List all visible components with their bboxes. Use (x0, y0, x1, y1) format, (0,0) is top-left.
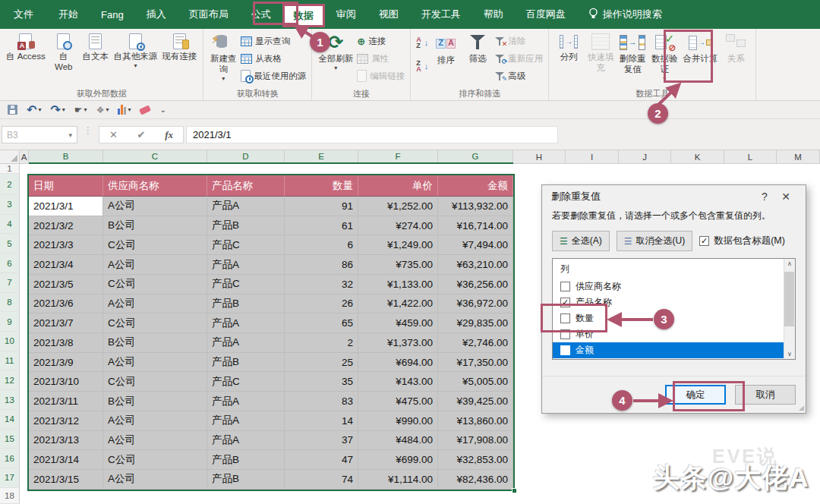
name-box[interactable]: B3 ▾ (2, 126, 77, 143)
cell[interactable]: 产品A (207, 431, 285, 451)
checkbox-icon[interactable]: ✓ (560, 298, 570, 307)
cell[interactable]: C公司 (103, 450, 207, 470)
touch-mode-button[interactable]: ☛▾ (74, 105, 87, 115)
cell[interactable]: 91 (285, 197, 358, 216)
from-other-sources-button[interactable]: 自其他来源 ▾ (112, 32, 160, 71)
cell[interactable]: A公司 (103, 353, 207, 373)
resize-grip[interactable]: ◢ (799, 404, 804, 411)
cell[interactable]: ¥484.00 (358, 431, 438, 451)
dialog-help-button[interactable]: ? (754, 191, 775, 203)
save-button[interactable] (8, 105, 17, 115)
tab-文件[interactable]: 文件 (0, 0, 47, 29)
fill-handle[interactable] (512, 488, 517, 493)
row-header-15[interactable]: 15 (0, 430, 20, 449)
chart-button[interactable]: ▾ (118, 105, 131, 115)
new-query-button[interactable]: ⚡ 新建查询 ▾ (207, 32, 239, 83)
cell[interactable]: 14 (285, 411, 358, 431)
cell[interactable]: ¥475.00 (358, 392, 438, 411)
cell[interactable]: A公司 (103, 295, 207, 314)
cancel-entry-button[interactable]: ✕ (109, 129, 118, 140)
cell[interactable]: 产品A (207, 392, 285, 411)
column-option-产品名称[interactable]: ✓产品名称 (560, 295, 795, 310)
header-cell[interactable]: 单价 (358, 175, 438, 197)
cell[interactable]: A公司 (103, 255, 207, 275)
cell[interactable]: 2021/3/13 (29, 431, 103, 451)
cell[interactable]: ¥113,932.00 (438, 197, 513, 216)
cell[interactable]: C公司 (103, 275, 207, 295)
cell[interactable]: 6 (285, 235, 358, 255)
cell[interactable]: 产品C (207, 275, 285, 295)
from-text-button[interactable]: 自文本 (80, 32, 112, 64)
cell[interactable]: 74 (285, 470, 358, 490)
column-header-J[interactable]: J (619, 150, 671, 164)
cell[interactable]: 产品B (207, 450, 285, 470)
cell[interactable]: ¥32,853.00 (438, 450, 513, 470)
undo-button[interactable]: ↶▾ (27, 105, 41, 115)
text-to-columns-button[interactable]: → 分列 (553, 32, 585, 65)
cell[interactable]: 产品A (207, 255, 285, 275)
column-header-I[interactable]: I (566, 150, 619, 164)
row-header-17[interactable]: 17 (0, 468, 20, 488)
cell[interactable]: ¥694.00 (358, 353, 438, 373)
cell[interactable]: 产品A (207, 411, 285, 431)
column-header-M[interactable]: M (777, 150, 820, 164)
column-option-单价[interactable]: 单价 (560, 326, 795, 342)
row-header-11[interactable]: 11 (0, 351, 20, 371)
tab-开始[interactable]: 开始 (47, 0, 90, 29)
cell[interactable]: 26 (285, 295, 358, 314)
checkbox-icon[interactable] (560, 282, 570, 291)
column-header-A[interactable]: A (20, 150, 29, 164)
remove-duplicates-button[interactable]: → 删除重复值 (617, 32, 648, 77)
tab-操作说明搜索[interactable]: 操作说明搜索 (577, 0, 673, 29)
cell[interactable]: ¥735.00 (358, 255, 438, 275)
data-has-headers-checkbox[interactable]: ✓ 数据包含标题(M) (699, 235, 785, 247)
tab-数据[interactable]: 数据 (282, 4, 325, 27)
row-header-14[interactable]: 14 (0, 410, 20, 430)
cell[interactable]: A公司 (103, 197, 207, 216)
column-header-L[interactable]: L (724, 150, 777, 164)
unselect-all-button[interactable]: ☰ 取消全选(U) (617, 231, 692, 251)
cell[interactable]: 产品A (207, 333, 285, 353)
column-option-供应商名称[interactable]: 供应商名称 (560, 279, 795, 295)
row-header-5[interactable]: 5 (0, 234, 20, 254)
eraser-button[interactable] (140, 107, 150, 113)
header-cell[interactable]: 数量 (285, 175, 358, 197)
show-queries-button[interactable]: 显示查询 (239, 33, 308, 49)
cell[interactable]: 2021/3/10 (29, 372, 103, 392)
cell[interactable]: ¥5,005.00 (438, 372, 513, 392)
row-header-3[interactable]: 3 (0, 195, 20, 215)
cell[interactable]: 产品B (207, 353, 285, 373)
from-table-button[interactable]: 从表格 (239, 51, 308, 66)
cell[interactable]: ¥63,210.00 (438, 255, 513, 275)
cell[interactable]: B公司 (103, 216, 207, 236)
cell[interactable]: 61 (285, 216, 358, 236)
cell[interactable]: 产品C (207, 235, 285, 255)
cell[interactable]: 83 (285, 392, 358, 411)
cell[interactable]: C公司 (103, 372, 207, 392)
cell[interactable]: ¥36,256.00 (438, 275, 513, 295)
cell[interactable]: ¥699.00 (358, 450, 438, 470)
cell[interactable]: 产品B (207, 295, 285, 314)
row-header-7[interactable]: 7 (0, 273, 20, 293)
data-validation-button[interactable]: ✓⊘ 数据验证 ▾ (648, 32, 680, 83)
tab-百度网盘[interactable]: 百度网盘 (515, 0, 577, 29)
cell[interactable]: ¥29,835.00 (438, 313, 513, 333)
cell[interactable]: 86 (285, 255, 358, 275)
column-option-数量[interactable]: 数量 (560, 310, 795, 326)
cell[interactable]: ¥1,422.00 (358, 295, 438, 314)
cell[interactable]: 2021/3/2 (29, 216, 103, 236)
columns-listbox[interactable]: 列供应商名称✓产品名称数量单价金额 ∧ ∨ (552, 258, 796, 360)
row-header-12[interactable]: 12 (0, 370, 20, 390)
row-header-9[interactable]: 9 (0, 312, 20, 332)
tab-Fang[interactable]: Fang (90, 0, 135, 29)
cell[interactable]: 37 (285, 431, 358, 451)
cell[interactable]: 2021/3/12 (29, 411, 103, 431)
tab-公式[interactable]: 公式 (240, 0, 282, 29)
checkbox-icon[interactable] (560, 329, 570, 339)
cell[interactable]: B公司 (103, 333, 207, 353)
cell[interactable]: ¥1,133.00 (358, 275, 438, 295)
redo-button[interactable]: ↷▾ (50, 105, 65, 115)
cell[interactable]: 产品C (207, 372, 285, 392)
cell[interactable]: ¥36,972.00 (438, 295, 513, 314)
cell[interactable]: 产品A (207, 313, 285, 333)
